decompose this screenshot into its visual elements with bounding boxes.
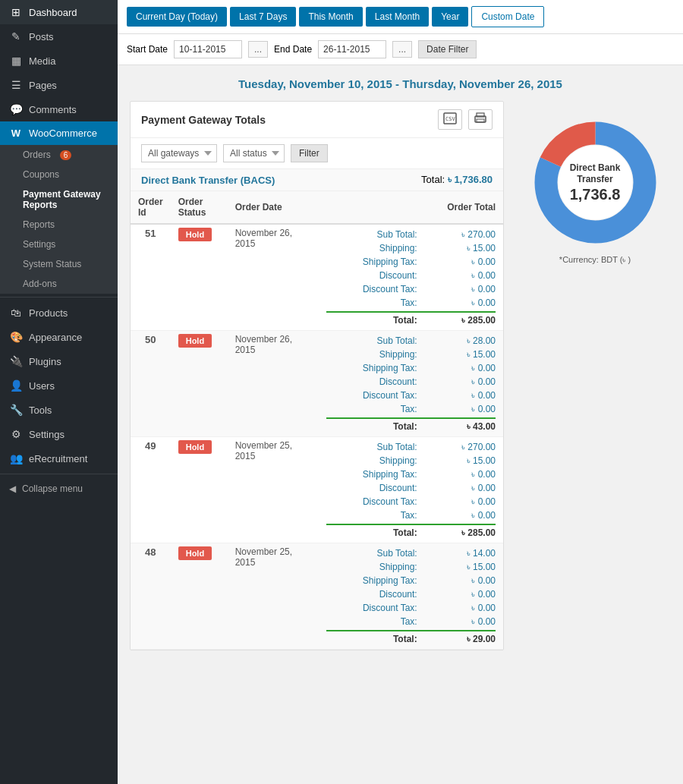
detail-sub-total: Sub Total: ৳ 270.00 xyxy=(326,228,496,241)
detail-sub-total: Sub Total: ৳ 28.00 xyxy=(326,334,496,348)
sidebar-item-woocommerce[interactable]: W WooCommerce xyxy=(0,121,118,145)
sidebar-item-erecruitment[interactable]: 👥 eRecruitment xyxy=(0,446,118,471)
sidebar-item-appearance[interactable]: 🎨 Appearance xyxy=(0,325,118,349)
collapse-menu-btn[interactable]: ◀ Collapse menu xyxy=(0,477,118,500)
this-month-btn[interactable]: This Month xyxy=(299,7,362,27)
appearance-icon: 🎨 xyxy=(9,331,23,343)
order-id-cell: 48 xyxy=(131,543,171,650)
media-icon: ▦ xyxy=(9,55,23,67)
settings-main-icon: ⚙ xyxy=(9,428,23,440)
sidebar-item-users[interactable]: 👤 Users xyxy=(0,373,118,398)
sidebar-label-media: Media xyxy=(29,55,55,67)
last-month-btn[interactable]: Last Month xyxy=(366,7,429,27)
sidebar-item-payment-gateway-reports[interactable]: Payment Gateway Reports xyxy=(0,184,118,215)
csv-export-btn[interactable]: CSV xyxy=(438,109,462,130)
chart-container: Direct Bank Transfer 1,736.8 *Currency: … xyxy=(519,101,671,265)
print-icon xyxy=(474,112,487,124)
sidebar-label-settings-main: Settings xyxy=(29,429,65,440)
svg-text:CSV: CSV xyxy=(445,116,455,122)
end-date-label: End Date xyxy=(274,44,312,55)
status-badge: Hold xyxy=(178,546,212,560)
detail-total: Total: ৳ 29.00 xyxy=(326,630,496,646)
sidebar-label-erecruitment: eRecruitment xyxy=(29,453,87,464)
sidebar-item-add-ons[interactable]: Add-ons xyxy=(0,274,118,294)
detail-shipping: Shipping: ৳ 15.00 xyxy=(326,560,496,574)
current-day-btn[interactable]: Current Day (Today) xyxy=(127,7,227,27)
detail-tax: Tax: ৳ 0.00 xyxy=(326,296,496,310)
csv-icon: CSV xyxy=(443,112,457,124)
orders-label: Orders xyxy=(23,150,51,160)
end-date-picker-btn[interactable]: ... xyxy=(392,41,412,58)
status-badge: Hold xyxy=(178,228,212,241)
detail-shipping: Shipping: ৳ 15.00 xyxy=(326,348,496,361)
detail-shipping: Shipping: ৳ 15.00 xyxy=(326,454,496,468)
date-filter-apply-btn[interactable]: Date Filter xyxy=(418,40,477,58)
erecruitment-icon: 👥 xyxy=(9,452,23,464)
order-id-cell: 51 xyxy=(131,224,171,331)
sidebar-item-dashboard[interactable]: ⊞ Dashboard xyxy=(0,0,118,24)
report-table-title: Payment Gateway Totals xyxy=(141,114,266,126)
orders-table: Order Id Order Status Order Date Order T… xyxy=(131,191,503,650)
comments-icon: 💬 xyxy=(9,103,23,115)
content-area: Tuesday, November 10, 2015 - Thursday, N… xyxy=(118,65,683,663)
sidebar-item-reports[interactable]: Reports xyxy=(0,215,118,235)
sidebar-label-users: Users xyxy=(29,380,55,392)
gateway-filter[interactable]: All gateways xyxy=(141,144,217,162)
sidebar-item-posts[interactable]: ✎ Posts xyxy=(0,24,118,49)
settings-label: Settings xyxy=(23,239,55,250)
sidebar-item-settings-main[interactable]: ⚙ Settings xyxy=(0,422,118,446)
start-date-picker-btn[interactable]: ... xyxy=(248,41,268,58)
custom-date-btn[interactable]: Custom Date xyxy=(471,6,544,27)
sidebar-item-tools[interactable]: 🔧 Tools xyxy=(0,398,118,422)
print-btn[interactable] xyxy=(468,109,493,130)
order-date-cell: November 25, 2015 xyxy=(228,543,319,650)
detail-discount-tax: Discount Tax: ৳ 0.00 xyxy=(326,282,496,296)
sidebar-item-system-status[interactable]: System Status xyxy=(0,254,118,274)
woocommerce-submenu: Orders 6 Coupons Payment Gateway Reports… xyxy=(0,145,118,294)
sidebar-label-appearance: Appearance xyxy=(29,332,82,343)
detail-shipping-tax: Shipping Tax: ৳ 0.00 xyxy=(326,255,496,269)
sidebar-label-products: Products xyxy=(29,307,68,319)
start-date-input[interactable] xyxy=(174,40,242,58)
sidebar-item-products[interactable]: 🛍 Products xyxy=(0,301,118,325)
sidebar-item-coupons[interactable]: Coupons xyxy=(0,165,118,184)
gateway-total-value: ৳ 1,736.80 xyxy=(448,174,493,185)
sidebar-item-comments[interactable]: 💬 Comments xyxy=(0,97,118,121)
detail-discount: Discount: ৳ 0.00 xyxy=(326,587,496,601)
order-details-cell: Sub Total: ৳ 28.00 Shipping: ৳ 15.00 Shi… xyxy=(319,331,503,437)
chart-center-label: Direct Bank Transfer 1,736.8 xyxy=(562,162,628,203)
posts-icon: ✎ xyxy=(9,30,23,43)
add-ons-label: Add-ons xyxy=(23,279,57,289)
sidebar-item-orders[interactable]: Orders 6 xyxy=(0,145,118,165)
donut-chart: Direct Bank Transfer 1,736.8 xyxy=(529,116,662,249)
sidebar-label-comments: Comments xyxy=(29,104,77,115)
detail-total: Total: ৳ 285.00 xyxy=(326,524,496,540)
header-icons: CSV xyxy=(438,109,493,130)
chart-gateway-name: Direct Bank Transfer xyxy=(562,162,628,185)
table-row: 48 Hold November 25, 2015 Sub Total: ৳ 1… xyxy=(131,543,503,650)
orders-table-body: 51 Hold November 26, 2015 Sub Total: ৳ 2… xyxy=(131,224,503,650)
last-7-days-btn[interactable]: Last 7 Days xyxy=(230,7,296,27)
chart-currency-note: *Currency: BDT (৳ ) xyxy=(559,255,631,265)
year-btn[interactable]: Year xyxy=(432,7,468,27)
date-filter-bar: Current Day (Today) Last 7 Days This Mon… xyxy=(118,0,683,34)
system-status-label: System Status xyxy=(23,259,81,269)
sidebar-item-settings[interactable]: Settings xyxy=(0,235,118,254)
sidebar-item-pages[interactable]: ☰ Pages xyxy=(0,73,118,97)
sidebar-item-media[interactable]: ▦ Media xyxy=(0,49,118,73)
detail-tax: Tax: ৳ 0.00 xyxy=(326,615,496,628)
status-filter[interactable]: All status xyxy=(223,144,285,162)
end-date-input[interactable] xyxy=(318,40,386,58)
sidebar-item-plugins[interactable]: 🔌 Plugins xyxy=(0,349,118,373)
order-id-cell: 49 xyxy=(131,437,171,543)
detail-shipping-tax: Shipping Tax: ৳ 0.00 xyxy=(326,574,496,587)
report-table-header: Payment Gateway Totals CSV xyxy=(131,102,503,138)
filter-apply-btn[interactable]: Filter xyxy=(291,144,328,162)
sidebar: ⊞ Dashboard ✎ Posts ▦ Media ☰ Pages 💬 Co… xyxy=(0,0,118,784)
report-table-container: Payment Gateway Totals CSV xyxy=(130,101,504,650)
detail-discount: Discount: ৳ 0.00 xyxy=(326,481,496,495)
order-status-cell: Hold xyxy=(171,224,228,331)
order-status-cell: Hold xyxy=(171,331,228,437)
products-icon: 🛍 xyxy=(9,307,23,319)
orders-table-head: Order Id Order Status Order Date Order T… xyxy=(131,191,503,224)
